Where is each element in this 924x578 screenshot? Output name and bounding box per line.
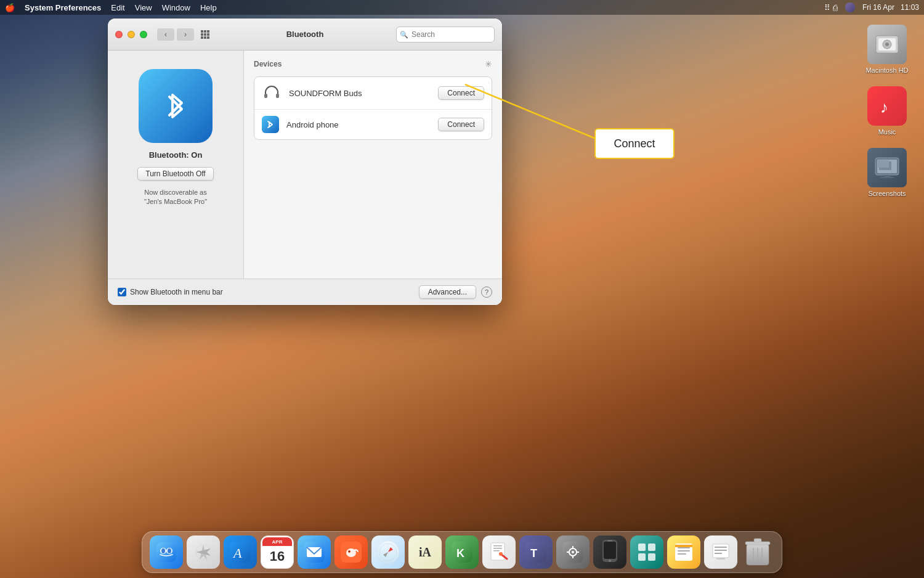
- svg-point-36: [349, 551, 350, 552]
- dock-item-textedit[interactable]: [482, 535, 516, 569]
- devices-title: Devices: [254, 60, 282, 68]
- app-menu-system-preferences[interactable]: System Preferences: [25, 3, 101, 12]
- window-maximize-button[interactable]: [140, 31, 147, 38]
- desktop-icon-label-hd: Macintosh HD: [865, 67, 908, 74]
- menu-help[interactable]: Help: [200, 3, 217, 12]
- menu-edit[interactable]: Edit: [111, 3, 124, 12]
- apple-menu[interactable]: 🍎: [5, 3, 15, 12]
- footer-left: Show Bluetooth in menu bar: [118, 288, 223, 296]
- search-input[interactable]: [396, 26, 495, 43]
- dock-item-iphone-backup[interactable]: [593, 535, 626, 569]
- bluetooth-panel: Bluetooth: On Turn Bluetooth Off Now dis…: [108, 51, 243, 279]
- appstore-icon: A: [224, 535, 257, 569]
- device-name-soundform: SOUNDFORM Buds: [289, 89, 431, 98]
- svg-rect-13: [207, 30, 209, 33]
- finder-icon: [150, 535, 183, 569]
- window-footer: Show Bluetooth in menu bar Advanced... ?: [108, 279, 502, 305]
- dock-item-system-prefs[interactable]: [556, 535, 590, 569]
- window-forward-button[interactable]: ›: [177, 28, 194, 41]
- desktop-icon-screenshots[interactable]: Screenshots: [862, 148, 912, 197]
- devices-loading-spinner: ✳: [485, 59, 492, 69]
- desktop-icon-macintosh-hd[interactable]: Macintosh HD: [862, 25, 912, 74]
- dock-item-kakoune[interactable]: K: [445, 535, 479, 569]
- svg-text:♪: ♪: [880, 98, 888, 116]
- bluetooth-status-label: Bluetooth: On: [149, 150, 203, 160]
- svg-rect-74: [715, 550, 727, 551]
- svg-rect-19: [207, 36, 209, 39]
- window-navigation: ‹ ›: [157, 28, 194, 41]
- svg-rect-64: [648, 543, 655, 551]
- svg-rect-15: [204, 33, 206, 36]
- window-controls: [115, 31, 147, 38]
- dock-item-finder[interactable]: [150, 535, 183, 569]
- turn-bluetooth-off-button[interactable]: Turn Bluetooth Off: [137, 167, 213, 181]
- svg-point-26: [161, 548, 165, 553]
- teams-icon: T: [519, 535, 553, 569]
- svg-text:T: T: [530, 547, 537, 560]
- svg-rect-63: [638, 543, 646, 551]
- svg-rect-8: [878, 160, 889, 168]
- svg-rect-47: [493, 548, 502, 549]
- svg-rect-21: [276, 94, 279, 98]
- svg-rect-18: [204, 36, 206, 39]
- desktop-icon-music[interactable]: ♪ Music: [862, 86, 912, 136]
- menubar-extras: ⠿ ⎙: [824, 3, 838, 12]
- dock-item-textsoap[interactable]: [704, 535, 737, 569]
- svg-point-3: [885, 43, 889, 46]
- advanced-button[interactable]: Advanced...: [419, 285, 476, 299]
- textsoap-icon: [704, 535, 737, 569]
- svg-rect-79: [754, 539, 761, 542]
- menu-window[interactable]: Window: [162, 3, 190, 12]
- svg-rect-17: [201, 36, 203, 39]
- window-back-button[interactable]: ‹: [157, 28, 174, 41]
- bluetooth-discoverable-text: Now discoverable as "Jen's MacBook Pro": [144, 188, 207, 207]
- headphones-icon: [262, 83, 282, 103]
- dock-item-ia-writer[interactable]: iA: [408, 535, 442, 569]
- window-close-button[interactable]: [115, 31, 123, 38]
- svg-rect-48: [493, 550, 500, 552]
- bluetooth-device-icon: [262, 116, 279, 133]
- svg-point-49: [499, 552, 503, 556]
- dock-item-expose[interactable]: [630, 535, 663, 569]
- svg-rect-20: [264, 94, 267, 98]
- show-bluetooth-in-menubar-checkbox[interactable]: [118, 288, 126, 296]
- dock-item-calendar[interactable]: APR 16: [261, 535, 294, 569]
- dock-item-teams[interactable]: T: [519, 535, 553, 569]
- system-prefs-icon: [556, 535, 590, 569]
- textedit-icon: [482, 535, 516, 569]
- mail-icon: [298, 535, 331, 569]
- svg-rect-12: [204, 30, 206, 33]
- menubar-avatar: [845, 2, 855, 12]
- dock-item-scrobbler[interactable]: [334, 535, 368, 569]
- dock-item-launchpad[interactable]: [187, 535, 220, 569]
- svg-point-54: [572, 551, 574, 553]
- svg-point-62: [609, 560, 611, 562]
- dock-item-appstore[interactable]: A: [224, 535, 257, 569]
- svg-rect-10: [880, 177, 894, 178]
- svg-rect-69: [678, 550, 690, 552]
- dock: A APR 16: [142, 531, 782, 573]
- ia-writer-icon: iA: [408, 535, 442, 569]
- window-titlebar: ‹ › Bluetooth 🔍: [108, 18, 502, 51]
- window-title: Bluetooth: [286, 30, 324, 39]
- svg-rect-61: [607, 540, 612, 542]
- help-button[interactable]: ?: [481, 287, 492, 298]
- footer-right: Advanced... ?: [419, 285, 492, 299]
- device-name-android: Android phone: [286, 120, 431, 129]
- bluetooth-logo-icon: [157, 88, 194, 124]
- svg-rect-66: [648, 553, 655, 561]
- dock-item-notes[interactable]: [667, 535, 700, 569]
- dock-item-safari[interactable]: [371, 535, 405, 569]
- svg-rect-60: [604, 542, 616, 559]
- svg-rect-65: [638, 553, 646, 561]
- devices-header: Devices ✳: [254, 59, 492, 69]
- dock-item-mail[interactable]: [298, 535, 331, 569]
- kakoune-icon: K: [445, 535, 479, 569]
- menu-view[interactable]: View: [135, 3, 152, 12]
- desktop: 🍎 System Preferences Edit View Window He…: [0, 0, 924, 578]
- window-grid-button[interactable]: [197, 28, 214, 41]
- callout-label: Connect: [614, 137, 655, 150]
- dock-item-trash[interactable]: [741, 535, 774, 569]
- window-minimize-button[interactable]: [128, 31, 135, 38]
- show-bluetooth-label: Show Bluetooth in menu bar: [130, 288, 223, 296]
